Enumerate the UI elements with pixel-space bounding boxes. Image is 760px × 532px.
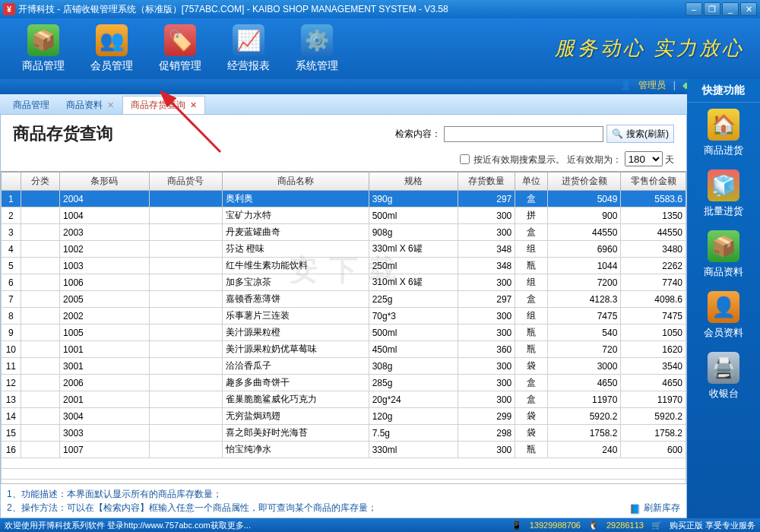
- sidebar-item-批量进货[interactable]: 🧊批量进货: [687, 163, 760, 224]
- app-icon: ¥: [3, 3, 15, 15]
- table-row[interactable]: 51003红牛维生素功能饮料250ml348瓶10442262: [2, 258, 686, 274]
- near-expiry-checkbox[interactable]: 按近有效期搜索显示。: [460, 154, 565, 165]
- col-header[interactable]: 分类: [21, 173, 59, 191]
- qq-icon: 🐧: [588, 521, 599, 530]
- toolbar-经营报表[interactable]: 📈经营报表: [214, 24, 283, 73]
- col-header[interactable]: 规格: [369, 173, 458, 191]
- search-label: 检索内容：: [395, 128, 441, 141]
- sidebar-title: 快捷功能: [687, 79, 760, 103]
- toolbar-商品管理[interactable]: 📦商品管理: [9, 24, 78, 73]
- restore-button[interactable]: ❐: [704, 2, 720, 16]
- status-qq: 29286113: [606, 521, 644, 530]
- bg-button[interactable]: _: [722, 2, 739, 16]
- table-row[interactable]: 91005美汁源果粒橙500ml300瓶5401050: [2, 325, 686, 341]
- table-row[interactable]: 113001洽洽香瓜子308g300袋30003540: [2, 358, 686, 375]
- sidebar: 快捷功能 🏠商品进货🧊批量进货📦商品资料👤会员资料🖨️收银台: [687, 79, 760, 518]
- user-icon: 👤: [620, 80, 632, 90]
- window-title: 开博科技 - 店铺收银管理系统（标准版）[757ABC.COM] - KAIBO…: [18, 3, 448, 16]
- status-welcome: 欢迎使用开博科技系列软件 登录http://www.757abc.com获取更多…: [5, 520, 251, 531]
- sidebar-item-会员资料[interactable]: 👤会员资料: [687, 285, 760, 346]
- table-row[interactable]: 82002乐事薯片三连装70g*3300组74757475: [2, 308, 686, 325]
- table-row[interactable]: 21004宝矿力水特500ml300拼9001350: [2, 207, 686, 224]
- col-header[interactable]: 条形码: [60, 173, 150, 191]
- phone-icon: 📱: [511, 521, 522, 530]
- sidebar-item-商品进货[interactable]: 🏠商品进货: [687, 103, 760, 163]
- table-row[interactable]: 32003丹麦蓝罐曲奇908g300盒4455044550: [2, 224, 686, 241]
- status-right: 购买正版 享受专业服务: [670, 520, 755, 531]
- status-bar: 欢迎使用开博科技系列软件 登录http://www.757abc.com获取更多…: [0, 518, 760, 532]
- tab-strip: 商品管理商品资料✕商品存货查询✕: [0, 94, 760, 114]
- col-header[interactable]: 商品名称: [223, 173, 369, 191]
- col-header[interactable]: 存货数量: [458, 173, 515, 191]
- cart-icon: 🛒: [651, 521, 662, 530]
- col-header[interactable]: 商品货号: [149, 173, 222, 191]
- table-row[interactable]: 153003喜之郎美好时光海苔7.5g298袋1758.21758.2: [2, 425, 686, 442]
- work-area: 商品存货查询 检索内容： 🔍 搜索(刷新) 按近有效期搜索显示。 近有效期为： …: [0, 114, 687, 518]
- sidebar-item-商品资料[interactable]: 📦商品资料: [687, 224, 760, 285]
- search-input[interactable]: [444, 126, 603, 142]
- col-header[interactable]: 零售价金额: [621, 173, 686, 191]
- note-line-2: 2、操作方法：可以在【检索内容】框输入任意一个商品属性，即可查询某个商品的库存量…: [7, 501, 629, 515]
- col-header[interactable]: [2, 173, 21, 191]
- toolbar-会员管理[interactable]: 👥会员管理: [78, 24, 146, 73]
- table-row[interactable]: 41002芬达 橙味330ml X 6罐348组69603480: [2, 241, 686, 258]
- near-expiry-unit: 天: [665, 154, 674, 165]
- tab-商品管理[interactable]: 商品管理: [5, 96, 58, 114]
- tab-商品资料[interactable]: 商品资料✕: [58, 96, 122, 114]
- col-header[interactable]: 单位: [515, 173, 548, 191]
- slogan-text: 服务动心 实力放心: [555, 35, 746, 62]
- user-name: 管理员: [638, 80, 666, 90]
- tab-close-icon[interactable]: ✕: [190, 100, 197, 110]
- note-line-1: 1、功能描述：本界面默认显示所有的商品库存数量；: [7, 487, 629, 501]
- table-row[interactable]: 132001雀巢脆脆鲨威化巧克力20g*24300盒1197011970: [2, 391, 686, 408]
- table-row[interactable]: 61006加多宝凉茶310ml X 6罐300组72007740: [2, 274, 686, 291]
- data-grid[interactable]: 分类条形码商品货号商品名称规格存货数量单位进货价金额零售价金额12004奥利奥3…: [1, 171, 686, 483]
- table-row[interactable]: 72005嘉顿香葱薄饼225g297盒4128.34098.6: [2, 291, 686, 308]
- table-row[interactable]: 161007怡宝纯净水330ml300瓶240600: [2, 442, 686, 458]
- sidebar-item-收银台[interactable]: 🖨️收银台: [687, 346, 760, 407]
- user-bar: 👤 管理员 | ◆ 版本：V3.58: [0, 79, 760, 94]
- near-expiry-select[interactable]: 180: [625, 151, 663, 166]
- footer-notes: 1、功能描述：本界面默认显示所有的商品库存数量； 2、操作方法：可以在【检索内容…: [1, 483, 686, 518]
- toolbar-促销管理[interactable]: 🏷️促销管理: [146, 24, 214, 73]
- window-titlebar: ¥ 开博科技 - 店铺收银管理系统（标准版）[757ABC.COM] - KAI…: [0, 0, 760, 18]
- min-button[interactable]: –: [686, 2, 702, 16]
- table-row[interactable]: 101001美汁源果粒奶优草莓味450ml360瓶7201620: [2, 341, 686, 358]
- close-button[interactable]: ✕: [740, 2, 757, 16]
- tab-close-icon[interactable]: ✕: [107, 100, 114, 110]
- refresh-stock-button[interactable]: 📘 刷新库存: [629, 487, 680, 515]
- near-expiry-label: 近有效期为：: [567, 154, 622, 165]
- table-row[interactable]: 143004无穷盐焗鸡翅120g299袋5920.25920.2: [2, 408, 686, 425]
- status-phone: 13929988706: [530, 521, 581, 530]
- col-header[interactable]: 进货价金额: [548, 173, 621, 191]
- tab-商品存货查询[interactable]: 商品存货查询✕: [122, 96, 205, 114]
- main-toolbar: 📦商品管理👥会员管理🏷️促销管理📈经营报表⚙️系统管理 服务动心 实力放心: [0, 18, 760, 79]
- table-row[interactable]: 12004奥利奥390g297盒50495583.6: [2, 191, 686, 207]
- table-row[interactable]: 122006趣多多曲奇饼干285g300盒46504650: [2, 375, 686, 391]
- search-button[interactable]: 🔍 搜索(刷新): [606, 125, 674, 143]
- panel-title: 商品存货查询: [13, 122, 395, 145]
- toolbar-系统管理[interactable]: ⚙️系统管理: [283, 24, 351, 73]
